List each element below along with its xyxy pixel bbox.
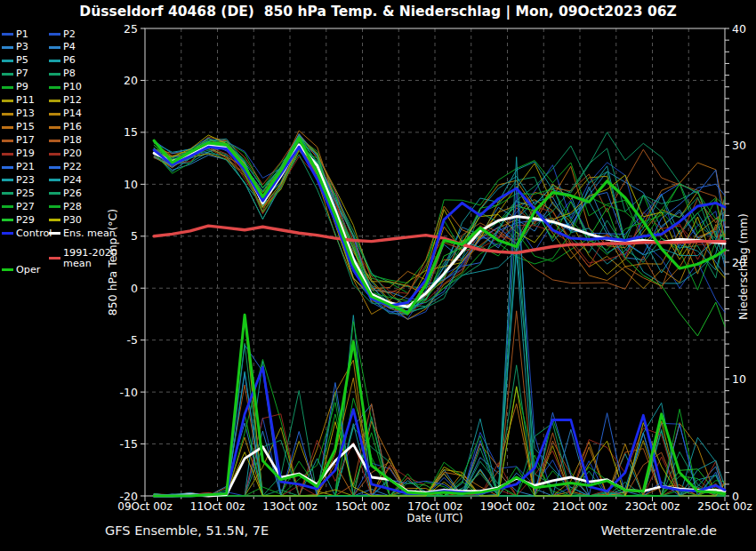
footer-brand: Wetterzentrale.de (498, 523, 717, 538)
temp-tick-label: -15 (120, 437, 138, 451)
date-tick-label: 09Oct 00z (117, 500, 172, 513)
meteogram-chart: -20-15-10-5051015202501020304009Oct 00z1… (0, 0, 756, 551)
precip-tick-label: 40 (732, 22, 746, 36)
temp-tick-label: 0 (131, 282, 138, 295)
temp-tick-label: 20 (124, 74, 138, 87)
temp-tick-label: 15 (124, 125, 138, 139)
date-tick-label: 11Oct 00z (190, 500, 245, 513)
footer-model-info: GFS Ensemble, 51.5N, 7E (105, 523, 269, 538)
temp-tick-label: 10 (124, 178, 138, 191)
date-tick-label: 19Oct 00z (480, 500, 535, 513)
temp-tick-label: 25 (124, 22, 138, 36)
precip-tick-label: 30 (732, 139, 746, 152)
precip-tick-label: 10 (732, 372, 746, 386)
precip-axis-title: Niederschlag (mm) (736, 213, 750, 320)
date-tick-label: 15Oct 00z (335, 500, 390, 513)
temp-axis-title: 850 hPa Temp. (°C) (106, 209, 119, 315)
date-tick-label: 25Oct 00z (697, 500, 752, 513)
date-tick-label: 13Oct 00z (262, 500, 317, 513)
meteogram-screenshot: Düsseldorf 40468 (DE) 850 hPa Temp. & Ni… (0, 0, 756, 551)
date-tick-label: 21Oct 00z (552, 500, 607, 513)
x-axis-title: Date (UTC) (346, 512, 524, 524)
date-tick-label: 17Oct 00z (407, 500, 462, 513)
temp-tick-label: -5 (127, 333, 138, 347)
date-tick-label: 23Oct 00z (625, 500, 680, 513)
temp-tick-label: 5 (131, 229, 138, 243)
temp-tick-label: -10 (120, 386, 138, 399)
